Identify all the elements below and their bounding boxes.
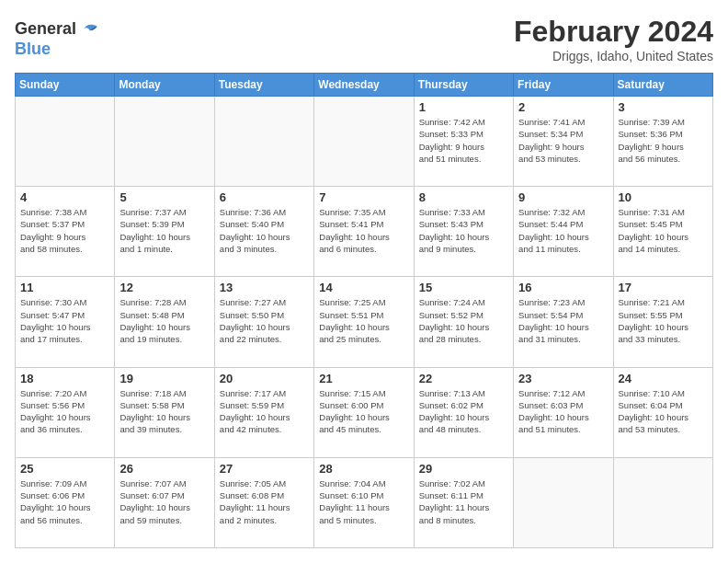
logo-bird-icon xyxy=(78,18,100,40)
logo-text-general: General xyxy=(15,20,76,39)
col-header-monday: Monday xyxy=(115,74,214,97)
day-info: Sunrise: 7:30 AM Sunset: 5:47 PM Dayligh… xyxy=(20,296,109,345)
day-number: 19 xyxy=(119,372,209,385)
day-number: 26 xyxy=(119,462,209,476)
calendar-week-1: 1Sunrise: 7:42 AM Sunset: 5:33 PM Daylig… xyxy=(16,97,713,187)
calendar-cell: 18Sunrise: 7:20 AM Sunset: 5:56 PM Dayli… xyxy=(16,367,115,457)
day-number: 29 xyxy=(419,462,508,476)
day-number: 8 xyxy=(419,190,508,204)
calendar-cell: 8Sunrise: 7:33 AM Sunset: 5:43 PM Daylig… xyxy=(414,187,513,277)
day-number: 21 xyxy=(319,372,408,385)
day-info: Sunrise: 7:33 AM Sunset: 5:43 PM Dayligh… xyxy=(419,206,508,255)
location-title: Driggs, Idaho, United States xyxy=(514,49,713,63)
day-info: Sunrise: 7:37 AM Sunset: 5:39 PM Dayligh… xyxy=(119,206,209,255)
day-info: Sunrise: 7:38 AM Sunset: 5:37 PM Dayligh… xyxy=(20,206,109,255)
day-number: 5 xyxy=(119,190,209,204)
day-info: Sunrise: 7:27 AM Sunset: 5:50 PM Dayligh… xyxy=(220,296,309,345)
day-number: 14 xyxy=(319,281,408,294)
day-info: Sunrise: 7:17 AM Sunset: 5:59 PM Dayligh… xyxy=(220,387,309,436)
day-info: Sunrise: 7:31 AM Sunset: 5:45 PM Dayligh… xyxy=(619,206,708,255)
day-number: 20 xyxy=(220,372,309,385)
day-number: 7 xyxy=(319,190,408,204)
day-number: 13 xyxy=(220,281,309,294)
calendar-cell: 17Sunrise: 7:21 AM Sunset: 5:55 PM Dayli… xyxy=(613,277,712,367)
day-info: Sunrise: 7:36 AM Sunset: 5:40 PM Dayligh… xyxy=(220,206,309,255)
logo: General Blue xyxy=(15,18,100,59)
calendar-week-4: 18Sunrise: 7:20 AM Sunset: 5:56 PM Dayli… xyxy=(16,367,713,457)
calendar-cell: 10Sunrise: 7:31 AM Sunset: 5:45 PM Dayli… xyxy=(613,187,712,277)
calendar-cell xyxy=(16,97,115,187)
calendar-cell: 19Sunrise: 7:18 AM Sunset: 5:58 PM Dayli… xyxy=(115,367,214,457)
day-info: Sunrise: 7:05 AM Sunset: 6:08 PM Dayligh… xyxy=(220,477,309,526)
day-info: Sunrise: 7:41 AM Sunset: 5:34 PM Dayligh… xyxy=(518,116,608,165)
day-number: 15 xyxy=(419,281,508,294)
calendar-cell xyxy=(214,97,313,187)
page: General Blue February 2024 Driggs, Idaho… xyxy=(0,0,728,563)
calendar-cell: 2Sunrise: 7:41 AM Sunset: 5:34 PM Daylig… xyxy=(514,97,613,187)
calendar-cell: 20Sunrise: 7:17 AM Sunset: 5:59 PM Dayli… xyxy=(214,367,313,457)
day-info: Sunrise: 7:20 AM Sunset: 5:56 PM Dayligh… xyxy=(20,387,109,436)
day-number: 17 xyxy=(619,281,708,294)
logo-text-blue: Blue xyxy=(15,40,100,59)
calendar-cell: 24Sunrise: 7:10 AM Sunset: 6:04 PM Dayli… xyxy=(613,367,712,457)
day-info: Sunrise: 7:04 AM Sunset: 6:10 PM Dayligh… xyxy=(319,477,408,526)
calendar-cell: 13Sunrise: 7:27 AM Sunset: 5:50 PM Dayli… xyxy=(214,277,313,367)
day-info: Sunrise: 7:42 AM Sunset: 5:33 PM Dayligh… xyxy=(419,116,508,165)
day-info: Sunrise: 7:21 AM Sunset: 5:55 PM Dayligh… xyxy=(619,296,708,345)
calendar-cell: 27Sunrise: 7:05 AM Sunset: 6:08 PM Dayli… xyxy=(214,457,313,547)
day-number: 10 xyxy=(619,190,708,204)
calendar-cell: 7Sunrise: 7:35 AM Sunset: 5:41 PM Daylig… xyxy=(314,187,414,277)
col-header-thursday: Thursday xyxy=(414,74,513,97)
calendar-cell xyxy=(514,457,613,547)
day-info: Sunrise: 7:23 AM Sunset: 5:54 PM Dayligh… xyxy=(518,296,608,345)
calendar-table: SundayMondayTuesdayWednesdayThursdayFrid… xyxy=(15,73,713,548)
day-number: 12 xyxy=(119,281,209,294)
day-number: 27 xyxy=(220,462,309,476)
calendar-cell: 11Sunrise: 7:30 AM Sunset: 5:47 PM Dayli… xyxy=(16,277,115,367)
day-info: Sunrise: 7:39 AM Sunset: 5:36 PM Dayligh… xyxy=(619,116,708,165)
calendar-cell: 26Sunrise: 7:07 AM Sunset: 6:07 PM Dayli… xyxy=(115,457,214,547)
day-number: 2 xyxy=(518,100,608,114)
title-block: February 2024 Driggs, Idaho, United Stat… xyxy=(514,15,713,63)
calendar-cell: 3Sunrise: 7:39 AM Sunset: 5:36 PM Daylig… xyxy=(613,97,712,187)
day-info: Sunrise: 7:28 AM Sunset: 5:48 PM Dayligh… xyxy=(119,296,209,345)
day-number: 18 xyxy=(20,372,109,385)
month-title: February 2024 xyxy=(514,15,713,49)
calendar-week-3: 11Sunrise: 7:30 AM Sunset: 5:47 PM Dayli… xyxy=(16,277,713,367)
col-header-friday: Friday xyxy=(514,74,613,97)
day-number: 28 xyxy=(319,462,408,476)
day-info: Sunrise: 7:02 AM Sunset: 6:11 PM Dayligh… xyxy=(419,477,508,526)
day-info: Sunrise: 7:35 AM Sunset: 5:41 PM Dayligh… xyxy=(319,206,408,255)
day-info: Sunrise: 7:09 AM Sunset: 6:06 PM Dayligh… xyxy=(20,477,109,526)
day-number: 24 xyxy=(619,372,708,385)
calendar-cell: 23Sunrise: 7:12 AM Sunset: 6:03 PM Dayli… xyxy=(514,367,613,457)
day-info: Sunrise: 7:12 AM Sunset: 6:03 PM Dayligh… xyxy=(518,387,608,436)
calendar-cell: 16Sunrise: 7:23 AM Sunset: 5:54 PM Dayli… xyxy=(514,277,613,367)
calendar-cell: 9Sunrise: 7:32 AM Sunset: 5:44 PM Daylig… xyxy=(514,187,613,277)
calendar-cell: 6Sunrise: 7:36 AM Sunset: 5:40 PM Daylig… xyxy=(214,187,313,277)
calendar-cell xyxy=(613,457,712,547)
day-number: 11 xyxy=(20,281,109,294)
calendar-cell: 4Sunrise: 7:38 AM Sunset: 5:37 PM Daylig… xyxy=(16,187,115,277)
day-info: Sunrise: 7:18 AM Sunset: 5:58 PM Dayligh… xyxy=(119,387,209,436)
calendar-cell: 5Sunrise: 7:37 AM Sunset: 5:39 PM Daylig… xyxy=(115,187,214,277)
calendar-header-row: SundayMondayTuesdayWednesdayThursdayFrid… xyxy=(16,74,713,97)
calendar-cell: 22Sunrise: 7:13 AM Sunset: 6:02 PM Dayli… xyxy=(414,367,513,457)
day-number: 4 xyxy=(20,190,109,204)
col-header-tuesday: Tuesday xyxy=(214,74,313,97)
calendar-cell: 1Sunrise: 7:42 AM Sunset: 5:33 PM Daylig… xyxy=(414,97,513,187)
day-number: 25 xyxy=(20,462,109,476)
calendar-cell: 28Sunrise: 7:04 AM Sunset: 6:10 PM Dayli… xyxy=(314,457,414,547)
day-number: 23 xyxy=(518,372,608,385)
calendar-week-5: 25Sunrise: 7:09 AM Sunset: 6:06 PM Dayli… xyxy=(16,457,713,547)
day-number: 1 xyxy=(419,100,508,114)
calendar-cell xyxy=(115,97,214,187)
calendar-week-2: 4Sunrise: 7:38 AM Sunset: 5:37 PM Daylig… xyxy=(16,187,713,277)
day-info: Sunrise: 7:13 AM Sunset: 6:02 PM Dayligh… xyxy=(419,387,508,436)
col-header-saturday: Saturday xyxy=(613,74,712,97)
day-info: Sunrise: 7:25 AM Sunset: 5:51 PM Dayligh… xyxy=(319,296,408,345)
calendar-cell: 21Sunrise: 7:15 AM Sunset: 6:00 PM Dayli… xyxy=(314,367,414,457)
col-header-wednesday: Wednesday xyxy=(314,74,414,97)
col-header-sunday: Sunday xyxy=(16,74,115,97)
day-number: 9 xyxy=(518,190,608,204)
